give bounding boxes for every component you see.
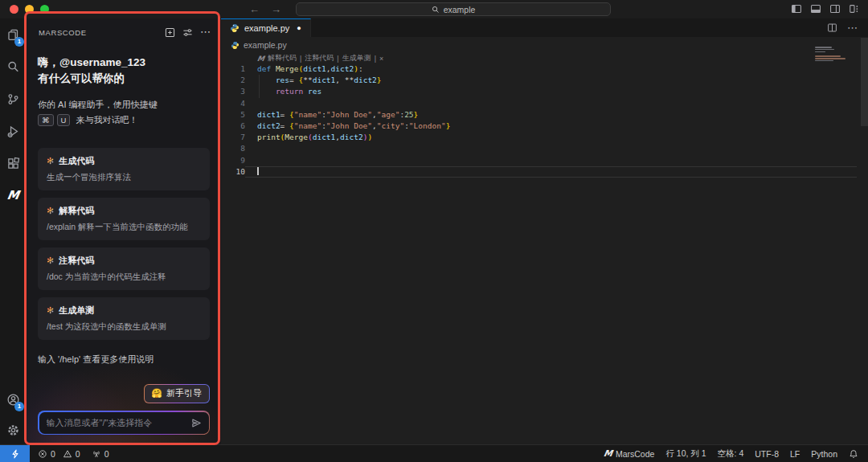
close-window-button[interactable]	[10, 5, 18, 14]
line-number: 2	[221, 75, 245, 86]
code-line-content	[245, 155, 257, 166]
settings-gear-icon[interactable]	[0, 415, 27, 444]
tune-filter-icon[interactable]	[182, 27, 193, 38]
code-token: 25	[404, 110, 413, 119]
sparkle-icon: ✻	[47, 305, 54, 316]
code-line-7[interactable]: 7print(Merge(dict1,dict2))	[221, 132, 868, 143]
search-sidebar-icon[interactable]	[0, 51, 27, 83]
code-line-9[interactable]: 9	[221, 155, 868, 166]
suggestion-card-2[interactable]: ✻注释代码/doc 为当前选中的代码生成注释	[38, 247, 210, 290]
breadcrumb[interactable]: example.py	[221, 37, 868, 53]
code-line-content: def Merge(dict1,dict2):	[245, 63, 363, 75]
card-title: 解释代码	[59, 205, 94, 217]
explorer-icon[interactable]: 1	[0, 18, 27, 51]
send-icon[interactable]	[191, 418, 202, 428]
code-token: "London"	[409, 121, 446, 130]
code-token: =	[289, 76, 298, 84]
kbd-cmd-key: ⌘	[38, 114, 54, 126]
code-line-4[interactable]: 4	[221, 98, 868, 109]
vscode-window: ← → example 1 M	[0, 0, 868, 462]
history-forward-icon[interactable]: →	[271, 2, 281, 16]
cursor-position-status[interactable]: 行 10, 列 1	[665, 448, 706, 460]
code-line-10[interactable]: 10	[221, 166, 868, 178]
source-control-icon[interactable]	[0, 83, 27, 115]
code-line-8[interactable]: 8	[221, 143, 868, 154]
window-controls	[10, 5, 49, 14]
code-line-6[interactable]: 6dict2= {"name":"John Doe","city":"Londo…	[221, 121, 868, 132]
panel-title: MARSCODE	[39, 28, 87, 37]
command-center-search[interactable]: example	[296, 2, 611, 16]
run-debug-icon[interactable]	[0, 115, 27, 147]
code-token: }	[377, 76, 382, 84]
codelens-link-2[interactable]: 生成单测	[342, 53, 371, 63]
code-token: **	[345, 76, 354, 84]
command-center-text: example	[444, 5, 476, 14]
toggle-panel-icon[interactable]	[810, 3, 821, 14]
encoding-status[interactable]: UTF-8	[755, 449, 779, 459]
code-line-content	[245, 98, 257, 109]
suggestion-card-3[interactable]: ✻生成单测/test 为这段选中的函数生成单测	[38, 297, 210, 340]
minimize-window-button[interactable]	[25, 5, 34, 14]
remote-indicator[interactable]	[0, 445, 30, 462]
line-number: 8	[221, 143, 245, 154]
suggestion-card-1[interactable]: ✻解释代码/explain 解释一下当前选中函数的功能	[38, 198, 210, 240]
modified-dot-icon[interactable]: ●	[297, 24, 301, 32]
extensions-icon[interactable]	[0, 147, 27, 179]
help-hint: 输入 '/help' 查看更多使用说明	[38, 354, 210, 366]
code-token: "John Doe"	[326, 121, 372, 130]
zoom-window-button[interactable]	[40, 5, 49, 14]
code-token: "name"	[294, 110, 321, 119]
codelens-link-0[interactable]: 解释代码	[268, 53, 297, 63]
account-icon[interactable]: 1	[0, 383, 27, 415]
card-description: 生成一个冒泡排序算法	[47, 172, 201, 183]
minimap[interactable]	[815, 47, 857, 68]
card-title: 生成单测	[59, 305, 94, 317]
marscode-status-item[interactable]: M MarsCode	[604, 448, 654, 459]
tab-example-py[interactable]: example.py ●	[221, 18, 311, 37]
card-description: /test 为这段选中的函数生成单测	[47, 321, 201, 333]
current-line-highlight	[245, 166, 857, 178]
search-icon	[432, 6, 440, 14]
codelens-bar: M 解释代码|注释代码|生成单测|×	[221, 53, 868, 63]
chat-message-input[interactable]	[47, 418, 191, 427]
code-token	[257, 87, 276, 96]
toggle-secondary-sidebar-icon[interactable]	[829, 3, 841, 14]
error-count: 0	[51, 449, 55, 459]
eol-status[interactable]: LF	[790, 449, 800, 459]
codelens-link-1[interactable]: 注释代码	[305, 53, 334, 63]
subtitle-suffix: 来与我对话吧！	[76, 115, 137, 125]
code-line-3[interactable]: 3 return res	[221, 86, 868, 97]
language-mode-status[interactable]: Python	[811, 449, 837, 459]
card-title: 生成代码	[59, 155, 94, 167]
status-bar: 0 0 0 M MarsCode 行 10, 列 1 空格: 4 UTF-8 L…	[0, 444, 868, 462]
split-editor-icon[interactable]	[827, 22, 837, 33]
minimap-line	[815, 58, 845, 59]
sparkle-icon: ✻	[47, 156, 54, 166]
code-line-2[interactable]: 2 res= {**dict1, **dict2}	[221, 75, 868, 86]
toggle-primary-sidebar-icon[interactable]	[791, 3, 802, 14]
marscode-sidebar-icon[interactable]: M	[0, 179, 27, 211]
ports-status[interactable]: 0	[92, 449, 109, 459]
code-line-5[interactable]: 5dict1= {"name":"John Doe","age":25}	[221, 109, 868, 121]
subtitle-line-1: 你的 AI 编程助手，使用快捷键	[38, 97, 210, 112]
new-chat-icon[interactable]	[165, 27, 175, 38]
code-line-1[interactable]: 1def Merge(dict1,dict2):	[221, 63, 868, 75]
codelens-close-icon[interactable]: ×	[379, 55, 383, 63]
problems-status[interactable]: 0 0	[38, 449, 80, 459]
card-title: 注释代码	[59, 255, 94, 267]
sparkle-icon: ✻	[47, 256, 54, 266]
notifications-bell-icon[interactable]	[849, 449, 858, 459]
code-token: **	[303, 76, 312, 84]
onboarding-guide-button[interactable]: 🤗 新手引导	[144, 384, 210, 403]
panel-more-icon[interactable]: ⋯	[200, 28, 211, 36]
customize-layout-icon[interactable]	[849, 3, 860, 14]
error-icon	[38, 449, 47, 459]
radio-tower-icon	[92, 449, 101, 459]
code-token: dict1	[257, 110, 280, 119]
editor-more-actions-icon[interactable]: ⋯	[847, 22, 858, 34]
indentation-status[interactable]: 空格: 4	[718, 448, 744, 460]
history-back-icon[interactable]: ←	[249, 2, 260, 16]
assistant-subtitle: 你的 AI 编程助手，使用快捷键 ⌘U 来与我对话吧！	[38, 97, 210, 128]
suggestion-card-0[interactable]: ✻生成代码生成一个冒泡排序算法	[38, 148, 210, 190]
editor-scrollbar[interactable]	[861, 38, 868, 126]
